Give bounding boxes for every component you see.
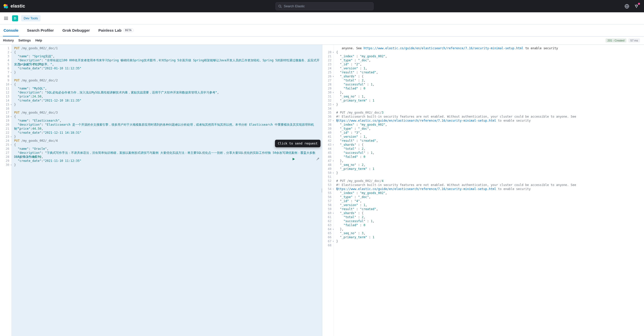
help-menu-button[interactable] (624, 3, 630, 9)
request-options-button[interactable] (298, 153, 319, 166)
brand-logo[interactable]: elastic (3, 4, 25, 9)
wrench-icon (316, 157, 319, 161)
newsfeed-button[interactable] (633, 3, 639, 9)
response-timing-badge: 57 ms (628, 38, 640, 42)
send-request-tooltip: Click to send request (275, 140, 320, 147)
nav-toggle-button[interactable] (3, 15, 9, 21)
svg-point-1 (5, 6, 8, 8)
svg-line-5 (281, 7, 282, 8)
space-selector[interactable]: D (12, 15, 18, 21)
response-code: anyone. See https://www.elastic.co/guide… (334, 45, 644, 336)
tab-console[interactable]: Console (3, 24, 19, 36)
play-icon (292, 158, 295, 161)
elastic-logo-icon (3, 4, 9, 9)
beta-badge: BETA (123, 28, 134, 32)
tab-search-profiler[interactable]: Search Profiler (26, 24, 54, 36)
cheer-icon (634, 4, 639, 9)
sub-header: D Dev Tools (0, 12, 644, 24)
tab-painless-lab-label: Painless Lab (98, 28, 122, 32)
svg-point-4 (279, 5, 281, 7)
console-toolbar: History Settings Help 201 - Created 57 m… (0, 36, 644, 44)
devtools-tabs: Console Search Profiler Grok Debugger Pa… (0, 24, 644, 36)
tab-grok-debugger[interactable]: Grok Debugger (62, 24, 90, 36)
notification-dot (638, 3, 640, 5)
settings-link[interactable]: Settings (18, 39, 31, 42)
breadcrumb-devtools[interactable]: Dev Tools (21, 15, 41, 21)
brand-text: elastic (11, 4, 25, 9)
svg-point-2 (6, 4, 8, 6)
request-gutter: 1234567891011121314151617181920212223242… (0, 45, 12, 336)
response-pane[interactable]: 2021222324252627282930313233343536373839… (322, 45, 644, 336)
menu-icon (4, 17, 8, 20)
tab-painless-lab[interactable]: Painless Lab BETA (98, 24, 134, 36)
global-search[interactable]: Search Elastic (275, 2, 374, 10)
send-request-button[interactable] (274, 154, 295, 166)
search-placeholder: Search Elastic (284, 4, 305, 8)
history-link[interactable]: History (3, 39, 14, 42)
search-icon (278, 5, 282, 8)
request-code[interactable]: PUT /my_goods_002/_doc/1{ "name": "Sprin… (12, 45, 322, 336)
console-editor: 1234567891011121314151617181920212223242… (0, 44, 644, 336)
response-status-badge: 201 - Created (606, 38, 626, 42)
svg-point-3 (4, 6, 6, 8)
help-link[interactable]: Help (35, 39, 42, 42)
request-actions (274, 153, 319, 166)
response-gutter: 2021222324252627282930313233343536373839… (322, 45, 334, 336)
global-header: elastic Search Elastic (0, 0, 644, 12)
request-pane[interactable]: 1234567891011121314151617181920212223242… (0, 45, 322, 336)
globe-icon (625, 4, 629, 9)
